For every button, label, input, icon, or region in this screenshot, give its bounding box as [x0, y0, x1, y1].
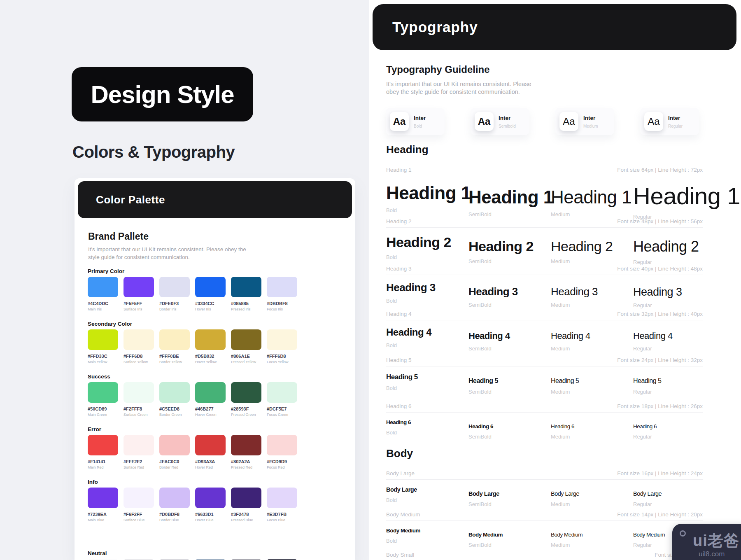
type-row-label: Heading 4	[386, 311, 412, 317]
type-weight-label: Regular	[633, 434, 703, 440]
type-row-body-large: Body LargeFont size 16px | Line Height :…	[386, 470, 703, 507]
swatch-hex: #D5B032	[195, 354, 226, 359]
swatch-name: Main Green	[88, 413, 118, 417]
type-sample: Body Medium	[468, 532, 551, 538]
color-swatch: #802A2APressed Red	[231, 435, 261, 469]
color-palette-card: Color Palette Brand Pallete It's importa…	[75, 178, 355, 560]
swatch-name: Pressed Iris	[231, 307, 261, 311]
swatch-hex: #7239EA	[88, 512, 118, 517]
swatch-name: Surface Iris	[124, 307, 154, 311]
type-weight-label: Medium	[551, 501, 633, 507]
color-group-label: Success	[88, 373, 297, 380]
type-sample: Body Medium	[386, 527, 468, 534]
color-swatch-tile	[267, 435, 297, 455]
color-swatch-tile	[267, 277, 297, 297]
type-sample: Heading 1	[386, 183, 468, 203]
type-weight-label: SemiBold	[468, 501, 551, 507]
typography-guideline-title: Typography Guideline	[386, 64, 490, 75]
swatch-name: Hover Green	[195, 413, 226, 417]
swatch-name: Pressed Yellow	[231, 360, 261, 364]
color-swatch-tile	[159, 329, 190, 350]
swatch-row: #50CD89Main Green #F2FFF8Surface Green #…	[88, 382, 297, 417]
color-swatch: #FFF6D8Focus Yellow	[267, 329, 297, 364]
type-sample: Heading 1	[551, 187, 633, 207]
swatch-hex: #50CD89	[88, 406, 118, 411]
swatch-name: Main Yellow	[88, 360, 118, 364]
typography-header-banner: Typography	[373, 4, 736, 50]
color-swatch-tile	[267, 329, 297, 350]
swatch-hex: #D93A3A	[195, 459, 226, 464]
type-weight-label: Bold	[386, 342, 468, 348]
type-sample: Body Medium	[551, 532, 633, 538]
color-swatch: #F14141Main Red	[88, 435, 118, 469]
color-palette-header: Color Palette	[78, 181, 352, 218]
type-weight-label: SemiBold	[468, 434, 551, 440]
divider	[386, 320, 703, 320]
type-row-heading-5: Heading 5Font size 24px | Line Height : …	[386, 357, 703, 395]
color-swatch: #DBDBF8Focus Iris	[267, 277, 297, 311]
swatch-hex: #F6F2FF	[124, 512, 154, 517]
type-sample: Heading 4	[468, 331, 551, 341]
color-palette-header-label: Color Palette	[96, 194, 165, 206]
divider	[386, 412, 703, 413]
color-swatch-tile	[231, 382, 261, 403]
page-title-banner: Design Style	[72, 67, 253, 121]
type-weight-label: Regular	[633, 302, 703, 308]
brand-palette-title: Brand Pallete	[88, 231, 149, 242]
font-weight-cards: Aa InterBold Aa InterSemibold Aa InterMe…	[386, 108, 699, 135]
swatch-name: Border Yellow	[159, 360, 190, 364]
color-swatch-tile	[231, 435, 261, 455]
font-sample-glyph: Aa	[559, 112, 578, 131]
type-sample: Heading 4	[551, 331, 633, 341]
swatch-name: Hover Red	[195, 465, 226, 469]
type-sample: Heading 6	[633, 423, 703, 429]
color-swatch: #F6F2FFSurface Blue	[124, 488, 154, 522]
typography-guideline-description-line1: It's important that our UI Kit remains c…	[386, 80, 531, 88]
swatch-hex: #802A2A	[231, 459, 261, 464]
color-swatch-tile	[195, 329, 226, 350]
color-group-label: Error	[88, 426, 297, 432]
swatch-hex: #E3D7FB	[267, 512, 297, 517]
color-swatch-tile	[267, 382, 297, 403]
swatch-name: Border Red	[159, 465, 190, 469]
color-group-primary: Primary Color #4C4DDCMain Iris #F5F5FFSu…	[88, 268, 297, 311]
swatch-hex: #F14141	[88, 459, 118, 464]
color-swatch: #50CD89Main Green	[88, 382, 118, 417]
type-weight-label: SemiBold	[468, 258, 551, 264]
swatch-hex: #FFD33C	[88, 354, 118, 359]
font-family-name: Inter	[583, 115, 598, 121]
color-swatch: #F5F5FFSurface Iris	[124, 277, 154, 311]
color-swatch: #FAC0C0Border Red	[159, 435, 190, 469]
type-weight-label: Bold	[386, 429, 468, 436]
divider	[386, 227, 703, 228]
font-card-semibold: Aa InterSemibold	[471, 108, 529, 135]
type-weight-label: Bold	[386, 254, 468, 260]
color-swatch: #D5B032Hover Yellow	[195, 329, 226, 364]
color-swatch: #085885Pressed Iris	[231, 277, 261, 311]
type-row-meta: Font size 14px | Line Height : 20px	[617, 511, 703, 518]
color-swatch: #F2FFF8Surface Green	[124, 382, 154, 417]
color-swatch-tile	[124, 382, 154, 403]
type-sample: Body Large	[633, 490, 703, 497]
swatch-hex: #46B277	[195, 406, 226, 411]
swatch-name: Surface Yellow	[124, 360, 154, 364]
type-sample: Heading 5	[386, 373, 468, 381]
color-swatch: #7239EAMain Blue	[88, 488, 118, 522]
swatch-hex: #F5F5FF	[124, 301, 154, 306]
type-row-label: Heading 6	[386, 403, 412, 409]
color-swatch: #DCF5E7Focus Green	[267, 382, 297, 417]
type-weight-label: Regular	[633, 501, 703, 507]
page-title: Design Style	[91, 80, 234, 109]
font-sample-glyph: Aa	[390, 112, 409, 131]
swatch-hex: #3334CC	[195, 301, 226, 306]
type-row-meta: Font size 18px | Line Height : 26px	[617, 403, 703, 409]
font-weight-label: Regular	[668, 124, 683, 128]
type-row-heading-1: Heading 1Font size 64px | Line Height : …	[386, 167, 703, 220]
type-weight-label: SemiBold	[468, 389, 551, 395]
swatch-name: Pressed Blue	[231, 518, 261, 522]
typography-guideline-description-line2: obey the style guide for consistent comm…	[386, 88, 531, 96]
type-row-heading-6: Heading 6Font size 18px | Line Height : …	[386, 403, 703, 440]
type-weight-label: Bold	[386, 298, 468, 304]
swatch-name: Focus Iris	[267, 307, 297, 311]
color-swatch-tile	[124, 488, 154, 508]
